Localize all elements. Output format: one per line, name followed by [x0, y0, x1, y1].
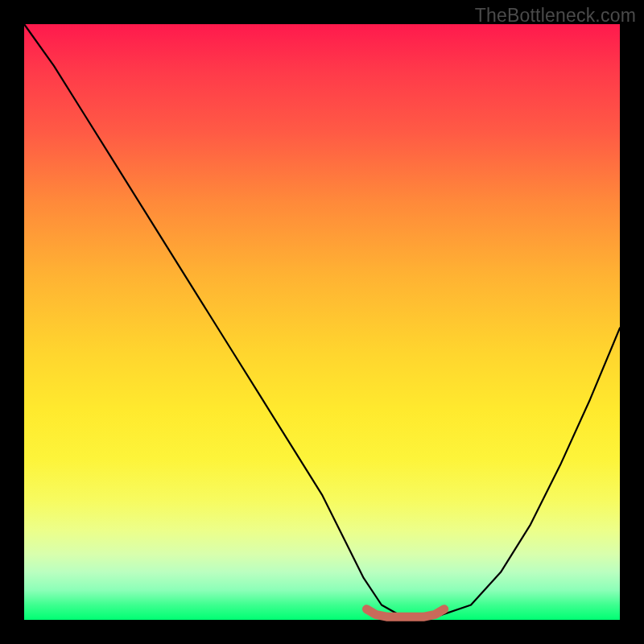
bottleneck-curve	[24, 24, 620, 617]
optimal-range-marker	[367, 609, 444, 617]
watermark-label: TheBottleneck.com	[475, 5, 636, 27]
gradient-plot-area	[24, 24, 620, 620]
chart-svg	[24, 24, 620, 620]
chart-frame: TheBottleneck.com	[0, 0, 644, 644]
